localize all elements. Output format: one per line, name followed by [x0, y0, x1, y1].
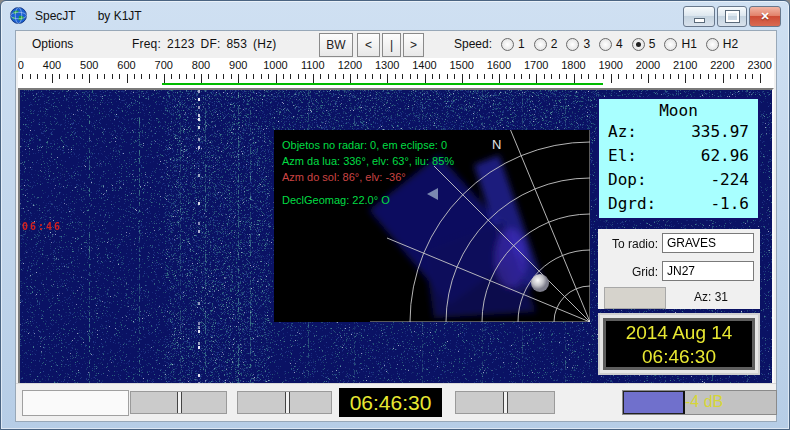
ruler-label: 1900 [591, 59, 631, 71]
radio-icon[interactable] [664, 38, 677, 51]
speed-radio-3[interactable]: 3 [566, 37, 590, 51]
station-blank-button[interactable] [604, 287, 666, 309]
clock-lcd: 2014 Aug 14 06:46:30 [603, 318, 755, 370]
ruler-tick [104, 74, 105, 79]
radio-icon[interactable] [566, 38, 579, 51]
ruler-tick [37, 74, 38, 79]
minimize-button[interactable] [683, 6, 715, 27]
tx-band-indicator [162, 83, 603, 85]
ruler-label: 700 [144, 59, 184, 71]
to-radio-label: To radio: [612, 237, 658, 251]
ruler-tick [127, 74, 128, 83]
ruler-tick [387, 74, 388, 83]
station-panel: To radio: Grid: Az: 31 [598, 229, 760, 309]
speed-radio-label: 2 [551, 37, 558, 51]
ruler-tick [506, 74, 507, 79]
moon-row-value: -1.6 [710, 192, 749, 216]
ruler-tick [261, 74, 262, 79]
speed-radio-label: 3 [583, 37, 590, 51]
ruler-label: 2300 [740, 59, 774, 71]
moon-row-label: Dgrd: [608, 192, 656, 216]
ruler-tick [343, 74, 344, 79]
app-byline: by K1JT [98, 9, 142, 23]
center-button[interactable]: | [382, 33, 401, 57]
speed-radio-H1[interactable]: H1 [664, 37, 696, 51]
ruler-tick [156, 74, 157, 79]
ruler-tick [179, 74, 180, 79]
ruler-tick [134, 74, 135, 79]
gain-slider-1-thumb[interactable] [177, 392, 182, 413]
rx-progress-bar [22, 390, 129, 416]
radar-status-text: Objetos no radar: 0, em eclipse: 0Azm da… [282, 137, 454, 208]
ruler-tick [380, 74, 381, 79]
moon-row-label: Az: [608, 120, 637, 144]
ruler-tick [462, 74, 463, 83]
ruler-label: 2100 [665, 59, 705, 71]
ruler-tick [551, 74, 552, 79]
speed-radio-H2[interactable]: H2 [706, 37, 738, 51]
moon-row-label: Dop: [608, 168, 647, 192]
radio-icon[interactable] [534, 38, 547, 51]
gain-slider-3[interactable] [455, 391, 555, 414]
ruler-tick [30, 74, 31, 79]
ruler-label: 1300 [367, 59, 407, 71]
radio-icon[interactable] [706, 38, 719, 51]
df-unit: (Hz) [253, 37, 276, 51]
radar-status-line: Objetos no radar: 0, em eclipse: 0 [282, 137, 454, 153]
ruler-label: 2000 [628, 59, 668, 71]
maximize-button[interactable] [717, 6, 747, 27]
ruler-label: 1800 [554, 59, 594, 71]
clock-date: 2014 Aug 14 [606, 321, 752, 345]
speed-radio-2[interactable]: 2 [534, 37, 558, 51]
speed-radio-4[interactable]: 4 [599, 37, 623, 51]
ruler-tick [357, 74, 358, 79]
title-bar[interactable]: SpecJTby K1JT ✕ [1, 1, 789, 30]
ruler-tick [559, 74, 560, 79]
speed-radio-1[interactable]: 1 [501, 37, 525, 51]
bw-button[interactable]: BW [319, 33, 353, 57]
ruler-tick [737, 74, 738, 79]
minimize-icon [694, 18, 705, 23]
step-back-button[interactable]: < [357, 33, 380, 57]
radio-icon[interactable] [501, 38, 514, 51]
speed-label: Speed: [454, 37, 492, 51]
to-radio-input[interactable] [662, 233, 754, 253]
app-name: SpecJT [35, 9, 76, 23]
gain-slider-3-thumb[interactable] [503, 392, 508, 413]
radar-status-line: Azm da lua: 336°, elv: 63°, ilu: 85% [282, 153, 454, 169]
ruler-tick [655, 74, 656, 79]
ruler-tick [97, 74, 98, 79]
radio-icon[interactable] [599, 38, 612, 51]
speed-radio-5[interactable]: 5 [632, 37, 656, 51]
ruler-tick [313, 74, 314, 83]
ruler-tick [298, 74, 299, 79]
ruler-tick [59, 74, 60, 79]
ruler-tick [685, 74, 686, 83]
ruler-tick [611, 74, 612, 83]
ruler-tick [52, 74, 53, 83]
gain-slider-2-thumb[interactable] [285, 392, 290, 413]
close-button[interactable]: ✕ [749, 6, 781, 27]
ruler-tick [693, 74, 694, 79]
speed-radio-label: 5 [649, 37, 656, 51]
ruler-tick [402, 74, 403, 79]
ruler-tick [521, 74, 522, 79]
gain-slider-1[interactable] [130, 391, 227, 414]
ruler-tick [164, 74, 165, 83]
ruler-tick [529, 74, 530, 79]
ruler-label: 1200 [330, 59, 370, 71]
grid-label: Grid: [632, 265, 658, 279]
ruler-tick [626, 74, 627, 79]
moon-marker [531, 274, 549, 292]
ruler-tick [335, 74, 336, 79]
window-title: SpecJTby K1JT [35, 9, 142, 23]
gain-slider-2[interactable] [237, 391, 332, 414]
ruler-tick [670, 74, 671, 79]
ruler-tick [708, 74, 709, 79]
radio-icon[interactable] [632, 38, 645, 51]
step-forward-button[interactable]: > [403, 33, 424, 57]
grid-input[interactable] [662, 261, 754, 281]
frequency-ruler: 3004005006007008009001000110012001300140… [18, 58, 774, 88]
options-menu[interactable]: Options [32, 37, 73, 51]
globe-icon [10, 7, 27, 24]
